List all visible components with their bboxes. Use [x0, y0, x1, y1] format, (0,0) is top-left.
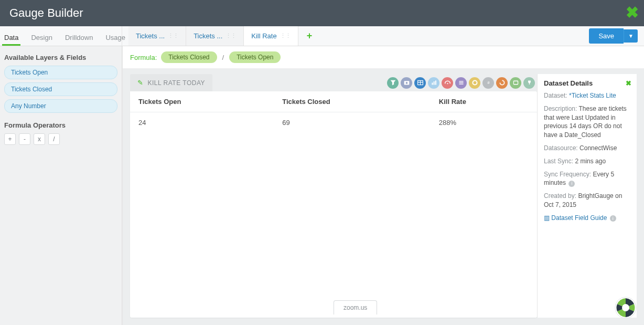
op-plus[interactable]: +: [4, 133, 16, 145]
doc-tab-0[interactable]: Tickets ...⋮⋮: [128, 26, 186, 46]
cell: 69: [274, 112, 431, 133]
dataset-link[interactable]: *Ticket Stats Lite: [569, 92, 616, 99]
sidebar: Available Layers & Fields Tickets Open T…: [0, 46, 122, 325]
sidebar-ops-heading: Formula Operators: [4, 121, 117, 129]
svg-point-8: [447, 83, 448, 84]
layer-chip[interactable]: Tickets Closed: [4, 82, 117, 96]
doc-tab-label: Tickets ...: [136, 32, 165, 40]
table-icon[interactable]: [414, 77, 426, 89]
layer-chip[interactable]: Any Number: [4, 99, 117, 113]
svg-rect-5: [432, 83, 433, 85]
pencil-icon[interactable]: ✎: [137, 79, 144, 87]
formula-bar: Formula: Tickets Closed / Tickets Open: [123, 46, 644, 69]
save-dropdown-button[interactable]: ▼: [624, 29, 638, 43]
details-key: Created by:: [544, 192, 576, 200]
details-key: Sync Frequency:: [544, 171, 591, 178]
tab-bar: Data Design Drilldown Usage Tickets ...⋮…: [0, 26, 644, 46]
card-icon[interactable]: [510, 77, 521, 89]
list-icon[interactable]: [455, 77, 467, 89]
dataset-details-panel: ✖ Dataset Details Dataset: *Ticket Stats…: [537, 74, 637, 318]
leaderboard-icon[interactable]: [523, 77, 535, 89]
op-minus[interactable]: -: [19, 133, 30, 145]
chart-type-icons: #: [387, 77, 537, 89]
document-tabs: Tickets ...⋮⋮ Tickets ...⋮⋮ Kill Rate⋮⋮ …: [122, 26, 644, 46]
info-icon[interactable]: i: [568, 181, 575, 187]
svg-point-1: [405, 82, 407, 84]
card-title-tab[interactable]: ✎ KILL RATE TODAY: [130, 74, 212, 91]
tab-design[interactable]: Design: [29, 28, 54, 46]
formula-op: /: [221, 54, 226, 61]
svg-rect-7: [435, 80, 436, 85]
drag-handle-icon[interactable]: ⋮⋮: [226, 33, 236, 39]
snapshot-icon[interactable]: [401, 77, 412, 89]
save-button[interactable]: Save: [589, 28, 624, 44]
svg-rect-14: [513, 81, 518, 85]
info-icon[interactable]: i: [610, 215, 616, 222]
gauge-icon[interactable]: [442, 77, 453, 89]
doc-tab-label: Kill Rate: [251, 32, 276, 40]
brand-badge-icon[interactable]: [615, 297, 637, 319]
funnel-icon[interactable]: [387, 77, 399, 89]
svg-rect-9: [459, 81, 463, 81]
donut-icon[interactable]: [469, 77, 480, 89]
close-icon[interactable]: ✖: [626, 3, 639, 22]
number-icon[interactable]: #: [482, 77, 494, 89]
details-value: ConnectWise: [579, 144, 617, 152]
table-row: 24 69 288%: [130, 112, 537, 133]
col-header[interactable]: Kill Rate: [431, 91, 537, 112]
doc-tab-2[interactable]: Kill Rate⋮⋮: [244, 26, 298, 46]
doc-tab-label: Tickets ...: [194, 32, 222, 40]
details-title: Dataset Details: [544, 79, 630, 87]
drag-handle-icon[interactable]: ⋮⋮: [280, 33, 291, 39]
card-body: Tickets Open Tickets Closed Kill Rate 24…: [130, 91, 537, 318]
col-header[interactable]: Tickets Open: [130, 91, 274, 112]
op-divide[interactable]: /: [48, 133, 60, 145]
svg-rect-6: [433, 81, 434, 85]
layer-chip[interactable]: Tickets Open: [4, 66, 117, 79]
close-details-icon[interactable]: ✖: [626, 79, 631, 87]
builder-mode-tabs: Data Design Drilldown Usage: [0, 26, 122, 46]
svg-rect-10: [459, 82, 463, 83]
main-area: Formula: Tickets Closed / Tickets Open ✎…: [122, 46, 644, 325]
op-multiply[interactable]: x: [34, 133, 45, 145]
formula-chip[interactable]: Tickets Open: [229, 51, 281, 63]
progress-icon[interactable]: [496, 77, 508, 89]
canvas: ✎ KILL RATE TODAY #: [123, 69, 644, 325]
cell: 288%: [431, 112, 537, 133]
card-title: KILL RATE TODAY: [148, 79, 206, 87]
save-group: Save ▼: [589, 26, 644, 46]
details-key: Dataset:: [544, 92, 567, 99]
card: ✎ KILL RATE TODAY #: [130, 74, 537, 318]
details-key: Last Sync:: [544, 158, 573, 165]
svg-point-16: [622, 304, 629, 311]
doc-tab-1[interactable]: Tickets ...⋮⋮: [186, 26, 244, 46]
svg-rect-11: [459, 83, 463, 84]
data-table: Tickets Open Tickets Closed Kill Rate 24…: [130, 91, 537, 133]
page-title: Gauge Builder: [9, 6, 83, 20]
svg-text:#: #: [487, 80, 490, 85]
tab-drilldown[interactable]: Drilldown: [63, 28, 95, 46]
cell: 24: [130, 112, 274, 133]
tab-data[interactable]: Data: [2, 28, 20, 46]
add-tab-button[interactable]: +: [298, 26, 321, 46]
drag-handle-icon[interactable]: ⋮⋮: [168, 33, 178, 39]
details-key: Datasource:: [544, 144, 578, 152]
details-value: 2 mins ago: [575, 158, 606, 165]
operator-row: + - x /: [4, 133, 117, 145]
sidebar-layers-heading: Available Layers & Fields: [4, 54, 117, 61]
field-guide-link[interactable]: Dataset Field Guide: [551, 214, 607, 222]
details-key: Description:: [544, 105, 577, 112]
bar-chart-icon[interactable]: [428, 77, 439, 89]
title-bar: Gauge Builder ✖: [0, 0, 644, 26]
col-header[interactable]: Tickets Closed: [274, 91, 431, 112]
formula-chip[interactable]: Tickets Closed: [161, 51, 217, 63]
formula-label: Formula:: [130, 54, 157, 61]
zoom-indicator[interactable]: zoom.us: [334, 300, 377, 314]
svg-point-12: [473, 80, 477, 85]
